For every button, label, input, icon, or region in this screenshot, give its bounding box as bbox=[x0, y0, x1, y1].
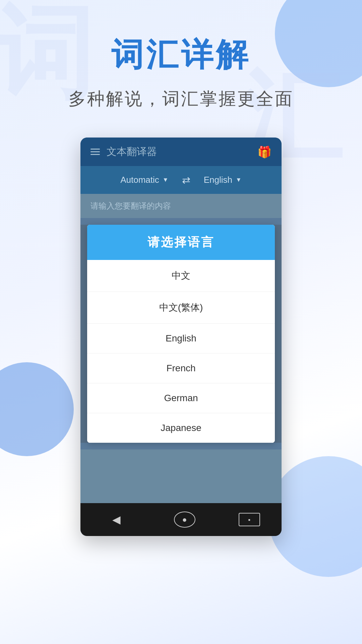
recents-button[interactable]: ■ bbox=[239, 513, 260, 526]
hamburger-menu-icon[interactable] bbox=[90, 149, 100, 155]
language-selector-bar: Automatic ▼ ⇄ English ▼ bbox=[80, 166, 282, 194]
dialog-overlay: 请选择语言 中文 中文(繁体) English French German Ja… bbox=[80, 225, 282, 443]
language-selection-dialog: 请选择语言 中文 中文(繁体) English French German Ja… bbox=[87, 225, 275, 443]
target-language-button[interactable]: English ▼ bbox=[197, 172, 248, 188]
dialog-background-overlay: 请选择语言 中文 中文(繁体) English French German Ja… bbox=[80, 225, 282, 443]
bottom-navigation-bar: ◀ ⬤ ■ bbox=[80, 503, 282, 536]
language-option-chinese-traditional[interactable]: 中文(繁体) bbox=[87, 292, 275, 324]
target-language-label: English bbox=[204, 175, 232, 185]
hero-title: 词汇详解 bbox=[111, 34, 251, 77]
source-language-label: Automatic bbox=[120, 175, 159, 185]
app-header-left: 文本翻译器 bbox=[90, 145, 157, 159]
app-content-below-dialog bbox=[80, 449, 282, 503]
hero-subtitle: 多种解说，词汇掌握更全面 bbox=[68, 87, 294, 111]
language-option-chinese[interactable]: 中文 bbox=[87, 260, 275, 292]
swap-languages-icon[interactable]: ⇄ bbox=[175, 174, 197, 186]
dialog-title: 请选择语言 bbox=[147, 235, 215, 249]
dialog-header: 请选择语言 bbox=[87, 225, 275, 260]
back-button[interactable]: ◀ bbox=[102, 510, 131, 529]
home-button[interactable]: ⬤ bbox=[174, 512, 195, 528]
app-title-label: 文本翻译器 bbox=[107, 145, 157, 159]
app-mockup: 文本翻译器 🎁 Automatic ▼ ⇄ English ▼ 请输入您要翻译的… bbox=[80, 138, 282, 536]
language-option-german[interactable]: German bbox=[87, 383, 275, 413]
language-list: 中文 中文(繁体) English French German Japanese bbox=[87, 260, 275, 443]
source-language-button[interactable]: Automatic ▼ bbox=[114, 172, 175, 188]
input-placeholder-text: 请输入您要翻译的内容 bbox=[90, 201, 171, 210]
language-option-french[interactable]: French bbox=[87, 354, 275, 383]
source-language-dropdown-arrow: ▼ bbox=[163, 176, 169, 183]
gift-icon[interactable]: 🎁 bbox=[257, 145, 272, 159]
language-option-english[interactable]: English bbox=[87, 324, 275, 354]
app-header: 文本翻译器 🎁 bbox=[80, 138, 282, 166]
translation-input-area[interactable]: 请输入您要翻译的内容 bbox=[80, 194, 282, 218]
target-language-dropdown-arrow: ▼ bbox=[236, 176, 242, 183]
language-option-japanese[interactable]: Japanese bbox=[87, 413, 275, 443]
